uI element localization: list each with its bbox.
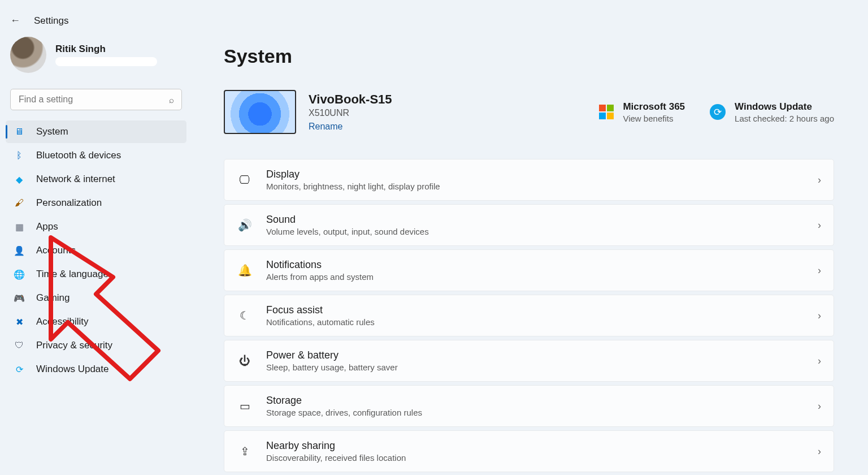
sidebar-item-network-internet[interactable]: ◆Network & internet: [6, 168, 186, 191]
card-text: Focus assistNotifications, automatic rul…: [266, 304, 804, 327]
sidebar-item-label: Network & internet: [36, 174, 115, 185]
card-title: Sound: [266, 214, 804, 226]
promo-m365[interactable]: Microsoft 365 View benefits: [599, 101, 685, 123]
promo-m365-title: Microsoft 365: [623, 101, 685, 113]
sidebar-item-icon: ✖: [14, 317, 25, 327]
card-desc: Volume levels, output, input, sound devi…: [266, 227, 804, 236]
card-desc: Storage space, drives, configuration rul…: [266, 408, 804, 417]
sidebar-item-time-language[interactable]: 🌐Time & language: [6, 263, 186, 286]
sidebar-header: ← Settings: [6, 11, 186, 37]
card-focus-assist[interactable]: ☾Focus assistNotifications, automatic ru…: [224, 295, 834, 336]
windows-update-icon: ⟳: [710, 104, 726, 120]
sidebar: ← Settings Ritik Singh ⌕ 🖥SystemᛒBluetoo…: [0, 0, 192, 475]
search-icon: ⌕: [169, 95, 174, 105]
microsoft-365-icon: [599, 105, 614, 119]
card-icon: 🔔: [237, 264, 253, 277]
sidebar-item-icon: 👤: [14, 245, 25, 256]
sidebar-item-icon: 🖥: [14, 127, 25, 137]
card-storage[interactable]: ▭StorageStorage space, drives, configura…: [224, 385, 834, 427]
search-input[interactable]: [10, 89, 182, 110]
sidebar-item-personalization[interactable]: 🖌Personalization: [6, 192, 186, 214]
promo-windows-update[interactable]: ⟳ Windows Update Last checked: 2 hours a…: [710, 101, 834, 123]
card-icon: ▭: [237, 399, 253, 413]
sidebar-item-icon: 🖌: [14, 198, 25, 208]
chevron-right-icon: ›: [818, 265, 821, 277]
card-title: Storage: [266, 395, 804, 407]
card-desc: Discoverability, received files location: [266, 453, 804, 463]
sidebar-item-label: Gaming: [36, 292, 70, 304]
card-icon: ⇪: [237, 444, 253, 458]
back-icon[interactable]: ←: [10, 15, 20, 27]
sidebar-item-label: Accessibility: [36, 316, 89, 327]
sidebar-item-label: Accounts: [36, 245, 76, 256]
promo-row: Microsoft 365 View benefits ⟳ Windows Up…: [599, 101, 834, 123]
avatar: [10, 37, 46, 73]
main-content: System VivoBook-S15 X510UNR Rename Micro…: [192, 0, 868, 475]
page-title: System: [224, 45, 834, 67]
sidebar-item-icon: ◆: [14, 174, 25, 185]
chevron-right-icon: ›: [818, 446, 821, 457]
promo-wu-title: Windows Update: [735, 101, 834, 113]
sidebar-item-windows-update[interactable]: ⟳Windows Update: [6, 358, 186, 381]
card-text: DisplayMonitors, brightness, night light…: [266, 169, 804, 191]
sidebar-item-gaming[interactable]: 🎮Gaming: [6, 287, 186, 309]
card-icon: ⏻: [237, 355, 253, 368]
chevron-right-icon: ›: [818, 400, 821, 412]
card-nearby-sharing[interactable]: ⇪Nearby sharingDiscoverability, received…: [224, 430, 834, 472]
sidebar-item-icon: ▦: [14, 222, 25, 232]
sidebar-nav: 🖥SystemᛒBluetooth & devices◆Network & in…: [6, 120, 186, 381]
rename-link[interactable]: Rename: [309, 122, 392, 132]
sidebar-item-accessibility[interactable]: ✖Accessibility: [6, 310, 186, 333]
settings-cards: 🖵DisplayMonitors, brightness, night ligh…: [224, 159, 834, 472]
sidebar-item-bluetooth-devices[interactable]: ᛒBluetooth & devices: [6, 144, 186, 167]
card-desc: Alerts from apps and system: [266, 272, 804, 282]
card-title: Nearby sharing: [266, 440, 804, 452]
sidebar-item-icon: 🌐: [14, 269, 25, 280]
sidebar-item-accounts[interactable]: 👤Accounts: [6, 239, 186, 262]
card-desc: Sleep, battery usage, battery saver: [266, 362, 804, 372]
chevron-right-icon: ›: [818, 310, 821, 322]
card-display[interactable]: 🖵DisplayMonitors, brightness, night ligh…: [224, 159, 834, 201]
profile-email-redacted: [55, 57, 157, 66]
promo-m365-sub: View benefits: [623, 114, 685, 123]
card-icon: 🖵: [237, 174, 253, 187]
sidebar-item-icon: ⟳: [14, 364, 25, 375]
profile-block[interactable]: Ritik Singh: [6, 37, 186, 89]
card-text: SoundVolume levels, output, input, sound…: [266, 214, 804, 236]
card-icon: ☾: [237, 309, 253, 322]
card-icon: 🔊: [237, 218, 253, 232]
sidebar-item-system[interactable]: 🖥System: [6, 120, 186, 143]
chevron-right-icon: ›: [818, 174, 821, 186]
sidebar-item-label: Time & language: [36, 269, 108, 280]
card-desc: Notifications, automatic rules: [266, 317, 804, 327]
sidebar-item-icon: ᛒ: [14, 150, 25, 161]
profile-name: Ritik Singh: [55, 44, 157, 55]
card-power-battery[interactable]: ⏻Power & batterySleep, battery usage, ba…: [224, 340, 834, 382]
sidebar-item-icon: 🎮: [14, 293, 25, 304]
chevron-right-icon: ›: [818, 219, 821, 231]
card-title: Display: [266, 169, 804, 180]
sidebar-item-label: Windows Update: [36, 364, 109, 375]
card-text: StorageStorage space, drives, configurat…: [266, 395, 804, 417]
card-text: Power & batterySleep, battery usage, bat…: [266, 349, 804, 372]
device-model: X510UNR: [309, 108, 392, 118]
card-notifications[interactable]: 🔔NotificationsAlerts from apps and syste…: [224, 249, 834, 291]
chevron-right-icon: ›: [818, 355, 821, 367]
card-title: Focus assist: [266, 304, 804, 316]
promo-wu-sub: Last checked: 2 hours ago: [735, 114, 834, 123]
app-title: Settings: [34, 15, 68, 27]
sidebar-item-icon: 🛡: [14, 340, 25, 351]
card-text: NotificationsAlerts from apps and system: [266, 259, 804, 282]
sidebar-item-apps[interactable]: ▦Apps: [6, 215, 186, 238]
device-name: VivoBook-S15: [309, 92, 392, 107]
card-title: Power & battery: [266, 349, 804, 361]
card-sound[interactable]: 🔊SoundVolume levels, output, input, soun…: [224, 204, 834, 246]
device-row: VivoBook-S15 X510UNR Rename Microsoft 36…: [224, 90, 834, 134]
card-desc: Monitors, brightness, night light, displ…: [266, 182, 804, 191]
sidebar-item-privacy-security[interactable]: 🛡Privacy & security: [6, 334, 186, 357]
sidebar-item-label: System: [36, 126, 68, 137]
card-text: Nearby sharingDiscoverability, received …: [266, 440, 804, 463]
sidebar-item-label: Apps: [36, 221, 58, 232]
device-thumbnail: [224, 90, 296, 134]
search-box[interactable]: ⌕: [10, 89, 182, 110]
